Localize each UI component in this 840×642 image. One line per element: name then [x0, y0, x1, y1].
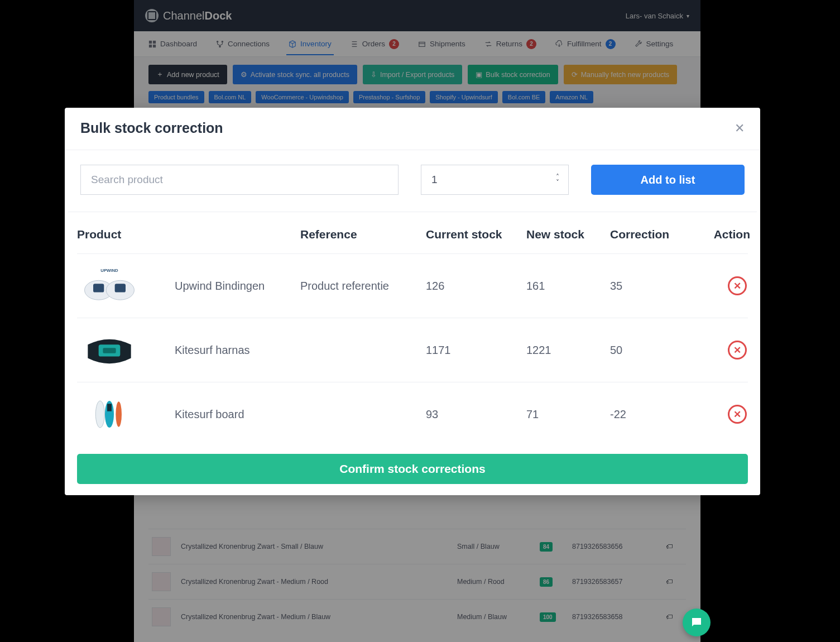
current-stock: 126	[426, 280, 526, 293]
product-name: Upwind Bindingen	[175, 280, 300, 293]
modal-controls: ˄ ˅ Add to list	[68, 150, 757, 212]
current-stock: 1171	[426, 344, 526, 357]
modal-table: Product Reference Current stock New stoc…	[65, 212, 760, 448]
remove-icon[interactable]	[728, 341, 747, 360]
bulk-stock-modal: Bulk stock correction ✕ ˄ ˅ Add to list …	[65, 108, 760, 495]
svg-rect-13	[115, 284, 126, 292]
product-image: UPWIND	[77, 264, 142, 308]
quantity-input[interactable]	[421, 165, 568, 194]
modal-title: Bulk stock correction	[80, 120, 223, 136]
th-current: Current stock	[426, 228, 526, 241]
remove-icon[interactable]	[728, 405, 747, 424]
current-stock: 93	[426, 408, 526, 421]
correction: 35	[610, 280, 697, 293]
product-name: Kitesurf harnas	[175, 344, 300, 357]
correction: -22	[610, 408, 697, 421]
remove-icon[interactable]	[728, 276, 747, 295]
row-action	[697, 341, 752, 360]
new-stock: 1221	[526, 344, 610, 357]
th-reference: Reference	[300, 228, 426, 241]
modal-header: Bulk stock correction ✕	[65, 108, 760, 150]
confirm-button[interactable]: Confirm stock corrections	[77, 454, 748, 484]
product-image	[77, 328, 142, 372]
table-header: Product Reference Current stock New stoc…	[77, 217, 748, 254]
product-reference: Product referentie	[300, 280, 426, 293]
svg-point-19	[116, 401, 122, 427]
th-new: New stock	[526, 228, 610, 241]
chat-fab[interactable]	[683, 609, 711, 636]
svg-rect-18	[107, 404, 112, 411]
product-image	[77, 392, 142, 436]
svg-rect-12	[93, 284, 104, 292]
table-row: Kitesurf harnas 1171 1221 50	[77, 318, 748, 382]
table-row: Kitesurf board 93 71 -22	[77, 382, 748, 446]
th-action: Action	[697, 228, 752, 241]
table-row: UPWIND Upwind Bindingen Product referent…	[77, 254, 748, 318]
svg-text:UPWIND: UPWIND	[100, 268, 118, 273]
row-action	[697, 405, 752, 424]
row-action	[697, 276, 752, 295]
stepper-controls: ˄ ˅	[551, 165, 564, 194]
chat-icon	[690, 616, 703, 629]
th-product: Product	[77, 228, 175, 241]
modal-footer: Confirm stock corrections	[65, 448, 760, 484]
search-input[interactable]	[80, 165, 399, 195]
add-to-list-button[interactable]: Add to list	[591, 165, 745, 195]
new-stock: 161	[526, 280, 610, 293]
correction: 50	[610, 344, 697, 357]
svg-point-16	[95, 401, 104, 428]
product-name: Kitesurf board	[175, 408, 300, 421]
quantity-stepper[interactable]: ˄ ˅	[421, 165, 569, 195]
close-icon[interactable]: ✕	[735, 121, 745, 136]
new-stock: 71	[526, 408, 610, 421]
stepper-down-icon[interactable]: ˅	[551, 180, 564, 185]
th-correction: Correction	[610, 228, 697, 241]
svg-rect-15	[103, 348, 116, 353]
